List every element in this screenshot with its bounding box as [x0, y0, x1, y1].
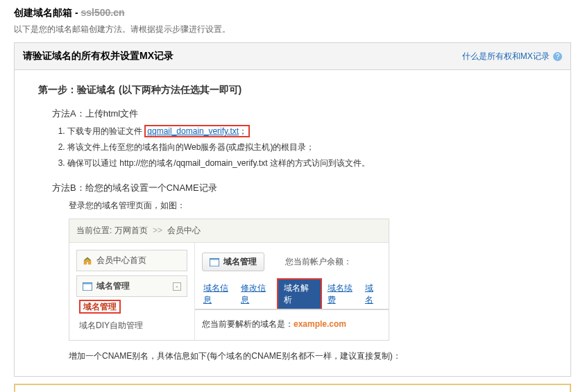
- domain-manage-button[interactable]: 域名管理: [202, 253, 264, 271]
- resolve-line: 您当前要解析的域名是：example.com: [195, 310, 389, 333]
- tab-domain-info[interactable]: 域名信息: [202, 280, 235, 309]
- sidebar-sub-diy[interactable]: 域名DIY自助管理: [79, 320, 187, 332]
- breadcrumb: 当前位置: 万网首页 >> 会员中心: [69, 219, 389, 243]
- home-icon: [83, 256, 92, 266]
- sidebar-item-domain[interactable]: 域名管理 -: [76, 275, 187, 297]
- tab-domain-more[interactable]: 域名: [364, 280, 382, 309]
- tab-domain-renew[interactable]: 域名续费: [326, 280, 359, 309]
- svg-rect-3: [210, 259, 219, 266]
- svg-rect-1: [83, 284, 92, 290]
- method-a-step-2: 将该文件上传至您的域名指向的Web服务器(或虚拟主机)的根目录；: [67, 142, 547, 153]
- step-title: 第一步：验证域名 (以下两种方法任选其一即可): [38, 84, 547, 96]
- help-icon: ?: [553, 52, 562, 61]
- verify-panel: 请验证域名的所有权并设置MX记录 什么是所有权和MX记录 ? 第一步：验证域名 …: [14, 42, 571, 377]
- download-notification-bar: 要打开或保存来自 mail.qq.com 的 qqmail_domain_ver…: [14, 384, 571, 392]
- window-icon: [210, 258, 219, 266]
- method-b-sub: 登录您的域名管理页面，如图：: [69, 200, 547, 212]
- panel-title: 请验证域名的所有权并设置MX记录: [23, 50, 173, 62]
- method-a-step-1: 下载专用的验证文件 qqmail_domain_verify.txt；: [67, 126, 547, 137]
- cname-note: 增加一个CNAME别名，具体信息如下(每个域名的CNAME别名都不一样，建议直接…: [69, 350, 547, 362]
- method-b-title: 方法B：给您的域名设置一个CNAME记录: [52, 182, 547, 194]
- tab-modify-info[interactable]: 修改信息: [239, 280, 273, 309]
- tab-domain-resolve[interactable]: 域名解析: [277, 278, 321, 309]
- method-a-title: 方法A：上传html文件: [52, 108, 547, 120]
- account-balance-label: 您当前帐户余额：: [285, 256, 352, 268]
- page-title: 创建域名邮箱 - ssl500.cn: [14, 7, 125, 18]
- method-a-step-3: 确保可以通过 http://您的域名/qqmail_domain_verify.…: [67, 157, 547, 169]
- sidebar-sub-domain[interactable]: 域名管理: [79, 301, 187, 313]
- window-icon: [83, 282, 92, 291]
- page-subtitle: 以下是您的域名邮箱创建方法。请根据提示步骤进行设置。: [0, 22, 585, 42]
- collapse-icon[interactable]: -: [173, 282, 181, 291]
- help-link[interactable]: 什么是所有权和MX记录 ?: [462, 51, 562, 62]
- sidebar-item-home[interactable]: 会员中心首页: [76, 250, 187, 271]
- verify-file-link[interactable]: qqmail_domain_verify.txt: [147, 126, 239, 136]
- example-screenshot: 当前位置: 万网首页 >> 会员中心 会员中心首页: [69, 219, 389, 341]
